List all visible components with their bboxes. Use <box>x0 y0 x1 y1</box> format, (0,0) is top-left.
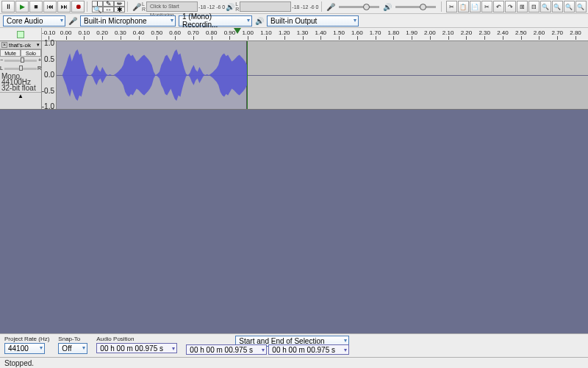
tick: 1.00 <box>242 29 254 36</box>
audio-position-label: Audio Position <box>96 336 177 342</box>
meter-scale: -18 -12 -6 0 <box>292 4 318 10</box>
playhead-marker[interactable] <box>234 28 241 34</box>
separator <box>321 1 324 12</box>
tick: 2.20 <box>461 29 473 36</box>
track-name[interactable]: that's-ok <box>9 42 35 49</box>
edit-tool-9[interactable]: 🔍 <box>552 1 563 13</box>
time-ruler[interactable]: -0.100.000.100.200.300.400.500.600.700.8… <box>42 28 588 40</box>
pause-button[interactable]: ⏸ <box>1 1 15 13</box>
track-control-panel: × that's-ok ▾ Mute Solo −+ LR Mono, 4410… <box>0 41 42 109</box>
multi-tool-icon[interactable]: ✱ <box>114 7 125 13</box>
audio-host-select[interactable]: Core Audio <box>3 15 65 26</box>
edit-tool-8[interactable]: 🔍 <box>540 1 551 13</box>
speaker-icon: 🔊 <box>255 17 264 25</box>
skip-start-button[interactable]: ⏮ <box>43 1 57 13</box>
separator <box>87 1 90 12</box>
pan-slider[interactable]: LR <box>4 68 37 70</box>
audio-position-field[interactable]: 00 h 00 m 00.975 s <box>96 343 177 353</box>
tick: 1.30 <box>297 29 309 36</box>
selection-toolbar: Project Rate (Hz) 44100 Snap-To Off Audi… <box>0 333 588 357</box>
edit-tool-1[interactable]: 📋 <box>458 1 469 13</box>
solo-button[interactable]: Solo <box>21 49 41 57</box>
transport-toolbar: ⏸ ▶ ■ ⏮ ⏭ ⏺ I ✎ ✏ 🔍 ↔ ✱ 🎤 LR Click to St… <box>0 0 588 14</box>
device-toolbar: Core Audio 🎤 Built-in Microphone 1 (Mono… <box>0 14 588 28</box>
tick: 0.00 <box>60 29 72 36</box>
tick: 0.40 <box>133 29 145 36</box>
tick: 2.40 <box>497 29 509 36</box>
yaxis-label: -0.5 <box>42 87 54 95</box>
yaxis-label: 0.5 <box>44 55 54 63</box>
tick: 2.60 <box>534 29 545 36</box>
project-rate-select[interactable]: 44100 <box>4 343 45 354</box>
tick: 0.80 <box>206 29 218 36</box>
edit-tool-4[interactable]: ↶ <box>493 1 504 13</box>
playback-device-select[interactable]: Built-in Output <box>267 15 359 26</box>
timeline-pin[interactable] <box>0 28 42 40</box>
track-waveform-area: 1.00.50.0-0.5-1.0 <box>42 41 588 109</box>
tick: 2.80 <box>570 29 581 36</box>
playback-volume-icon: 🔊 <box>383 3 392 11</box>
snap-to-select[interactable]: Off <box>58 343 87 354</box>
recording-device-select[interactable]: Built-in Microphone <box>80 15 176 26</box>
tick: 0.10 <box>79 29 90 36</box>
tick: 1.40 <box>315 29 327 36</box>
timeshift-tool-icon[interactable]: ↔ <box>103 7 114 13</box>
tick: 1.70 <box>370 29 381 36</box>
tick: 2.00 <box>424 29 436 36</box>
selection-start-field[interactable]: 00 h 00 m 00.975 s <box>186 344 267 355</box>
mic-icon: 🎤 <box>132 3 141 11</box>
workspace-empty[interactable] <box>0 110 588 333</box>
playhead-line <box>247 41 248 109</box>
gain-slider[interactable]: −+ <box>4 60 37 62</box>
project-rate-label: Project Rate (Hz) <box>4 336 49 342</box>
waveform-yaxis: 1.00.50.0-0.5-1.0 <box>42 41 57 109</box>
edit-tool-3[interactable]: ✂ <box>481 1 492 13</box>
mute-button[interactable]: Mute <box>0 49 21 57</box>
speaker-icon: 🔊 <box>226 3 234 11</box>
tick: 1.90 <box>406 29 417 36</box>
tick: 0.20 <box>96 29 108 36</box>
track-menu-icon[interactable]: ▾ <box>37 42 40 48</box>
tick: 1.20 <box>279 29 290 36</box>
snap-to-label: Snap-To <box>58 336 87 342</box>
mic-icon: 🎤 <box>68 17 77 25</box>
edit-toolbar: ✂📋📄✂↶↷⊞⊟🔍🔍🔍🔍 <box>446 1 587 13</box>
timeline: -0.100.000.100.200.300.400.500.600.700.8… <box>0 28 588 41</box>
track-close-button[interactable]: × <box>1 42 7 48</box>
waveform <box>57 41 247 109</box>
tick: -0.10 <box>42 29 55 36</box>
tick: 2.30 <box>478 29 490 36</box>
waveform-view[interactable] <box>57 41 588 109</box>
playback-volume-slider[interactable] <box>395 6 436 8</box>
edit-tool-2[interactable]: 📄 <box>470 1 481 13</box>
play-button[interactable]: ▶ <box>15 1 29 13</box>
record-button[interactable]: ⏺ <box>71 1 85 13</box>
edit-tool-0[interactable]: ✂ <box>446 1 457 13</box>
edit-tool-5[interactable]: ↷ <box>505 1 516 13</box>
tick: 0.70 <box>187 29 199 36</box>
status-text: Stopped. <box>4 359 34 367</box>
tool-palette: I ✎ ✏ 🔍 ↔ ✱ <box>92 1 125 13</box>
stop-button[interactable]: ■ <box>29 1 43 13</box>
recording-volume-slider[interactable] <box>339 6 379 8</box>
yaxis-label: 0.0 <box>44 71 54 79</box>
edit-tool-7[interactable]: ⊟ <box>528 1 539 13</box>
recording-meter[interactable]: Click to Start Monitoring <box>146 1 198 12</box>
tick: 1.50 <box>333 29 345 36</box>
yaxis-label: 1.0 <box>44 39 54 47</box>
edit-tool-11[interactable]: 🔍 <box>576 1 587 13</box>
selection-end-field[interactable]: 00 h 00 m 00.975 s <box>268 344 349 355</box>
tick: 0.30 <box>115 29 126 36</box>
edit-tool-6[interactable]: ⊞ <box>517 1 528 13</box>
audio-track: × that's-ok ▾ Mute Solo −+ LR Mono, 4410… <box>0 41 588 110</box>
recording-channels-select[interactable]: 1 (Mono) Recordin... <box>179 15 252 26</box>
yaxis-label: -1.0 <box>42 102 54 110</box>
tick: 2.10 <box>442 29 454 36</box>
status-bar: Stopped. <box>0 357 588 368</box>
zoom-tool-icon[interactable]: 🔍 <box>92 7 103 13</box>
track-collapse-button[interactable]: ▲ <box>0 92 41 99</box>
skip-end-button[interactable]: ⏭ <box>57 1 71 13</box>
edit-tool-10[interactable]: 🔍 <box>564 1 575 13</box>
track-format: Mono, 44100Hz 32-bit float <box>0 73 41 92</box>
tick: 2.50 <box>515 29 527 36</box>
